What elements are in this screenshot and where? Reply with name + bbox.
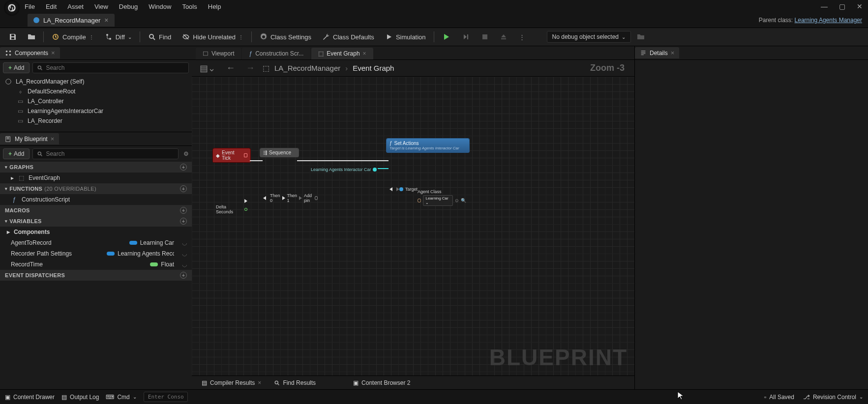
stop-button[interactable] bbox=[477, 31, 493, 43]
add-icon[interactable]: + bbox=[180, 272, 187, 279]
compile-button[interactable]: Compile⋮ bbox=[47, 30, 99, 43]
menu-view[interactable]: View bbox=[94, 3, 108, 10]
close-icon[interactable]: × bbox=[51, 49, 55, 57]
close-icon[interactable]: × bbox=[671, 49, 675, 57]
graph-canvas[interactable]: BLUEPRINT ◆Event Tick Delta Seconds ⇶Seq… bbox=[192, 77, 634, 375]
graph-item[interactable]: ▸⬚EventGraph bbox=[0, 173, 192, 183]
asset-tab[interactable]: LA_RecordManager × bbox=[28, 14, 115, 27]
browse-button[interactable] bbox=[23, 30, 40, 43]
add-icon[interactable]: + bbox=[180, 207, 187, 214]
variable-reference[interactable]: Learning Agents Interactor Car bbox=[311, 167, 371, 172]
close-icon[interactable]: × bbox=[51, 135, 55, 143]
console-input[interactable] bbox=[144, 392, 188, 402]
tab-compiler-results[interactable]: ▤Compiler Results× bbox=[196, 377, 267, 388]
history-button[interactable]: ▤⌄ bbox=[197, 62, 218, 75]
add-icon[interactable]: + bbox=[180, 218, 187, 225]
debug-object-select[interactable]: No debug object selected⌄ bbox=[547, 31, 631, 43]
save-status[interactable]: ▫All Saved bbox=[764, 394, 794, 401]
revision-control-button[interactable]: ⎇Revision Control⌄ bbox=[803, 394, 863, 401]
add-icon[interactable]: + bbox=[180, 164, 187, 171]
add-pin-label[interactable]: Add pin bbox=[304, 193, 313, 203]
exec-pin-in[interactable] bbox=[389, 187, 392, 191]
locate-button[interactable] bbox=[632, 30, 650, 43]
menu-debug[interactable]: Debug bbox=[119, 3, 138, 10]
data-pin[interactable] bbox=[373, 168, 377, 172]
graphs-section[interactable]: ▾GRAPHS+ bbox=[0, 162, 192, 173]
tab-viewport[interactable]: Viewport bbox=[196, 48, 241, 59]
tab-find-results[interactable]: Find Results bbox=[268, 377, 322, 388]
node-set-actions[interactable]: ƒSet Actions Target is Learning Agents I… bbox=[386, 138, 470, 153]
component-item[interactable]: ▭LA_Controller bbox=[0, 96, 192, 106]
simulation-button[interactable]: Simulation bbox=[380, 30, 431, 43]
menu-tools[interactable]: Tools bbox=[182, 3, 197, 10]
step-button[interactable] bbox=[457, 30, 475, 43]
component-item[interactable]: ▭LA_Recorder bbox=[0, 116, 192, 126]
add-icon[interactable]: + bbox=[180, 185, 187, 192]
functions-section[interactable]: ▾FUNCTIONS(20 OVERRIDABLE)+ bbox=[0, 183, 192, 194]
breadcrumb-asset[interactable]: LA_RecordManager bbox=[274, 64, 340, 72]
variables-section[interactable]: ▾VARIABLES+ bbox=[0, 216, 192, 227]
save-button[interactable] bbox=[4, 30, 22, 43]
tab-content-browser[interactable]: ▣Content Browser 2 bbox=[347, 377, 416, 388]
diff-button[interactable]: Diff⌄ bbox=[100, 30, 137, 43]
variable-item[interactable]: RecordTimeFloat◡ bbox=[0, 259, 192, 270]
breadcrumb-graph[interactable]: Event Graph bbox=[353, 64, 394, 72]
class-pin[interactable] bbox=[418, 199, 421, 202]
class-settings-button[interactable]: Class Settings bbox=[255, 30, 316, 43]
add-pin-icon[interactable] bbox=[315, 196, 318, 200]
cmd-dropdown[interactable]: ⌨Cmd⌄ bbox=[106, 394, 136, 401]
nav-back-button[interactable]: ← bbox=[223, 62, 238, 74]
component-item[interactable]: ⬨DefaultSceneRoot bbox=[0, 87, 192, 96]
parent-class-link[interactable]: Learning Agents Manager bbox=[795, 17, 862, 24]
component-item[interactable]: ▭LearningAgentsInteractorCar bbox=[0, 106, 192, 116]
data-pin[interactable] bbox=[244, 208, 247, 211]
close-button[interactable]: ✕ bbox=[855, 2, 864, 10]
hide-unrelated-button[interactable]: Hide Unrelated⋮ bbox=[177, 30, 248, 43]
content-drawer-button[interactable]: ▣Content Drawer bbox=[5, 394, 55, 401]
components-search-input[interactable]: Search bbox=[32, 62, 189, 73]
minimize-button[interactable]: — bbox=[820, 2, 829, 10]
component-root[interactable]: LA_RecordManager (Self) bbox=[0, 77, 192, 87]
eject-button[interactable] bbox=[495, 31, 512, 43]
dispatchers-section[interactable]: EVENT DISPATCHERS+ bbox=[0, 270, 192, 281]
add-component-button[interactable]: +Add bbox=[3, 62, 30, 73]
menu-edit[interactable]: Edit bbox=[46, 3, 57, 10]
play-options-button[interactable]: ⋮ bbox=[514, 31, 530, 43]
variable-item[interactable]: Recorder Path SettingsLearning Agents Re… bbox=[0, 248, 192, 259]
play-button[interactable] bbox=[437, 30, 455, 43]
find-asset-icon[interactable]: 🔍 bbox=[461, 198, 466, 203]
exec-pin-out[interactable] bbox=[299, 196, 302, 200]
gear-icon[interactable]: ⚙ bbox=[183, 150, 189, 157]
variable-item[interactable]: AgentToRecordLearning Car◡ bbox=[0, 237, 192, 248]
exec-pin-in[interactable] bbox=[263, 196, 266, 200]
close-tab-icon[interactable]: × bbox=[104, 16, 108, 24]
menu-window[interactable]: Window bbox=[149, 3, 171, 10]
components-tab[interactable]: Components × bbox=[0, 47, 60, 58]
exec-pin-out[interactable] bbox=[282, 196, 285, 200]
function-item[interactable]: ƒConstructionScript bbox=[0, 194, 192, 205]
myblueprint-tab[interactable]: My Blueprint × bbox=[0, 133, 59, 144]
browse-asset-icon[interactable]: ⊙ bbox=[455, 198, 459, 203]
components-category[interactable]: ▸Components bbox=[0, 227, 192, 237]
class-defaults-button[interactable]: Class Defaults bbox=[317, 30, 379, 43]
details-tab[interactable]: Details × bbox=[635, 47, 679, 58]
close-icon[interactable]: × bbox=[363, 50, 366, 57]
find-button[interactable]: Find bbox=[143, 30, 176, 43]
add-new-button[interactable]: +Add bbox=[3, 148, 30, 159]
node-event-tick[interactable]: ◆Event Tick Delta Seconds bbox=[212, 148, 251, 163]
visibility-icon[interactable]: ◡ bbox=[182, 250, 187, 257]
visibility-icon[interactable]: ◡ bbox=[182, 239, 187, 246]
menu-asset[interactable]: Asset bbox=[67, 3, 84, 10]
macros-section[interactable]: MACROS+ bbox=[0, 205, 192, 216]
maximize-button[interactable]: ▢ bbox=[838, 2, 846, 10]
nav-forward-button[interactable]: → bbox=[243, 62, 258, 74]
menu-file[interactable]: File bbox=[25, 3, 35, 10]
exec-pin-out[interactable] bbox=[244, 199, 247, 203]
myblueprint-search-input[interactable]: Search bbox=[32, 148, 179, 159]
visibility-icon[interactable]: ◡ bbox=[182, 261, 187, 268]
class-dropdown[interactable]: Learning Car ⌄ bbox=[423, 195, 453, 206]
close-icon[interactable]: × bbox=[258, 379, 261, 386]
output-log-button[interactable]: ▤Output Log bbox=[61, 394, 99, 401]
data-pin[interactable] bbox=[399, 187, 403, 191]
tab-construction[interactable]: ƒConstruction Scr... bbox=[242, 48, 310, 59]
